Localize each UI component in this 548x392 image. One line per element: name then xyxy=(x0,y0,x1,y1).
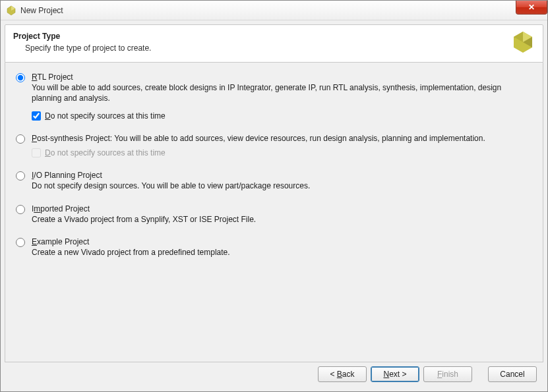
rtl-subcheck-label: Do not specify sources at this time xyxy=(45,111,166,121)
checkbox-rtl-nosrc[interactable] xyxy=(32,111,41,121)
header-pane: Project Type Specify the type of project… xyxy=(5,24,543,63)
cancel-button-label: Cancel xyxy=(500,370,524,379)
finish-button-label: Finish xyxy=(437,370,458,379)
checkbox-postsynth-nosrc xyxy=(32,148,41,157)
option-rtl-project[interactable]: RTL Project You will be able to add sour… xyxy=(16,72,532,121)
option-rtl-title: RTL Project xyxy=(32,72,73,82)
titlebar: New Project ✕ xyxy=(1,1,547,20)
option-imported-desc: Create a Vivado project from a Synplify,… xyxy=(32,215,256,224)
postsynth-subcheck-label: Do not specify sources at this time xyxy=(45,148,166,158)
option-io-desc: Do not specify design sources. You will … xyxy=(32,181,310,190)
dialog-body: Project Type Specify the type of project… xyxy=(1,20,547,391)
back-button-label: < Back xyxy=(330,370,354,379)
radio-io-project[interactable] xyxy=(16,171,25,181)
footer: < Back Next > Finish Cancel xyxy=(5,362,543,387)
option-postsynth-body: Post-synthesis Project: You will be able… xyxy=(32,133,532,158)
option-example-project[interactable]: Example Project Create a new Vivado proj… xyxy=(16,237,532,258)
radio-imported-project[interactable] xyxy=(16,205,25,214)
postsynth-subcheck-row: Do not specify sources at this time xyxy=(32,148,532,158)
option-imported-project[interactable]: Imported Project Create a Vivado project… xyxy=(16,204,532,225)
option-rtl-body: RTL Project You will be able to add sour… xyxy=(32,72,532,121)
option-example-desc: Create a new Vivado project from a prede… xyxy=(32,248,230,257)
rtl-subcheck-row[interactable]: Do not specify sources at this time xyxy=(32,111,532,121)
option-io-title: I/O Planning Project xyxy=(32,171,102,180)
back-button[interactable]: < Back xyxy=(318,366,367,382)
radio-example-project[interactable] xyxy=(16,238,25,247)
option-imported-title: Imported Project xyxy=(32,204,90,213)
option-rtl-desc: You will be able to add sources, create … xyxy=(32,83,501,103)
page-subtitle: Specify the type of project to create. xyxy=(25,43,535,53)
window-title: New Project xyxy=(20,6,63,15)
close-button[interactable]: ✕ xyxy=(516,1,547,14)
option-example-title: Example Project xyxy=(32,237,89,246)
option-postsynth-desc: You will be able to add sources, view de… xyxy=(114,134,485,143)
finish-button: Finish xyxy=(423,366,472,382)
radio-postsynth-project[interactable] xyxy=(16,134,25,144)
option-postsynth-project[interactable]: Post-synthesis Project: You will be able… xyxy=(16,133,532,158)
page-title: Project Type xyxy=(13,32,535,41)
option-example-body: Example Project Create a new Vivado proj… xyxy=(32,237,532,258)
close-icon: ✕ xyxy=(528,3,535,11)
option-imported-body: Imported Project Create a Vivado project… xyxy=(32,204,532,225)
app-icon xyxy=(6,5,16,16)
radio-rtl-project[interactable] xyxy=(16,73,25,82)
cancel-button[interactable]: Cancel xyxy=(488,366,537,382)
option-postsynth-title: Post-synthesis Project: xyxy=(32,134,114,143)
vivado-logo-icon xyxy=(510,29,536,55)
next-button[interactable]: Next > xyxy=(371,366,419,382)
option-io-project[interactable]: I/O Planning Project Do not specify desi… xyxy=(16,170,532,191)
button-gap xyxy=(476,366,484,382)
next-button-label: Next > xyxy=(383,370,406,379)
content-area: RTL Project You will be able to add sour… xyxy=(5,63,543,362)
option-io-body: I/O Planning Project Do not specify desi… xyxy=(32,170,532,191)
